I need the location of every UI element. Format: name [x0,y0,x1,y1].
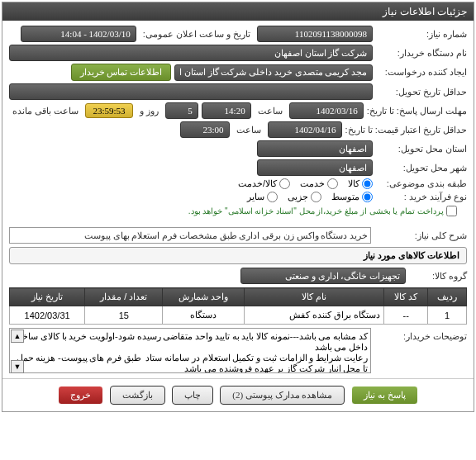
deadline-input[interactable] [9,83,373,100]
th-name: نام کالا [244,288,384,306]
buyer-notes-label: توضیحات خریدار: [376,328,467,342]
print-button[interactable]: چاپ [172,386,213,405]
purchase-type-radios: متوسط جزیی سایر [247,192,373,202]
payment-checkbox-wrap[interactable]: پرداخت تمام یا بخشی از مبلغ خرید،از محل … [188,206,457,216]
remaining-time-badge: 23:59:53 [85,103,132,118]
items-table: ردیف کد کالا نام کالا واحد شمارش تعداد /… [9,287,467,325]
days-label: روز و [136,106,162,116]
cell-name: دستگاه براق کننده کفش [244,306,384,325]
buyer-org-input[interactable] [9,45,373,61]
reply-date-input[interactable] [289,102,364,119]
radio-other[interactable]: سایر [247,192,278,202]
payment-note: پرداخت تمام یا بخشی از مبلغ خرید،از محل … [188,206,444,216]
cell-date: 1402/03/31 [10,306,85,325]
radio-medium[interactable]: متوسط [331,192,373,202]
th-qty: تعداد / مقدار [85,288,163,306]
deadline-label: حداقل تاریخ تحویل: [376,87,467,97]
validity-time-input[interactable] [180,121,230,138]
contact-info-button[interactable]: اطلاعات تماس خریدار [71,64,172,81]
form-area: شماره نیاز: تاریخ و ساعت اعلان عمومی: نا… [2,21,474,224]
purchase-type-label: نوع فرآیند خرید : [376,192,467,202]
need-no-input[interactable] [257,26,373,42]
validity-date-input[interactable] [268,121,342,138]
th-code: کد کالا [384,288,428,306]
scroll-down-icon[interactable]: ▼ [11,360,24,373]
radio-goods[interactable]: کالا [348,178,373,189]
exit-button[interactable]: خروج [58,386,103,405]
cell-qty: 15 [85,306,163,325]
validity-label: حداقل تاریخ اعتبار قیمت: تا تاریخ: [345,125,467,135]
radio-goods-service[interactable]: کالا/خدمت [238,178,290,189]
back-button[interactable]: بازگشت [110,386,165,405]
scroll-up-icon[interactable]: ▲ [11,330,24,343]
city-input[interactable] [257,159,373,176]
group-label: گروه کالا: [409,271,467,282]
need-no-label: شماره نیاز: [376,29,467,40]
radio-service[interactable]: خدمت [300,178,338,189]
days-input[interactable] [165,102,198,119]
table-row[interactable]: 1 -- دستگاه براق کننده کفش دستگاه 15 140… [10,306,467,325]
footer-toolbar: پاسخ به نیاز مشاهده مدارک پیوستی (2) چاپ… [2,378,474,411]
attachments-button[interactable]: مشاهده مدارک پیوستی (2) [220,386,345,405]
respond-button[interactable]: پاسخ به نیاز [351,386,418,405]
panel-title: جزئیات اطلاعات نیاز [2,2,474,21]
cell-row: 1 [428,306,467,325]
buyer-org-label: نام دستگاه خریدار: [376,48,467,59]
time-label-2: ساعت [233,125,264,135]
th-date: تاریخ نیاز [10,288,85,306]
radio-partial[interactable]: جزیی [288,192,321,202]
city-label: شهر محل تحویل: [376,163,467,173]
details-panel: جزئیات اطلاعات نیاز شماره نیاز: تاریخ و … [2,2,474,412]
th-row: ردیف [428,288,467,306]
place-input[interactable] [257,140,373,157]
requester-label: ایجاد کننده درخواست: [376,67,467,78]
group-input[interactable] [240,268,406,284]
announce-label: تاریخ و ساعت اعلان عمومی: [140,29,254,40]
table-header-row: ردیف کد کالا نام کالا واحد شمارش تعداد /… [10,288,467,306]
reply-deadline-label: مهلت ارسال پاسخ: تا تاریخ: [367,106,467,116]
announce-input[interactable] [21,26,136,42]
place-label: استان محل تحویل: [376,144,467,154]
remaining-label: ساعت باقی مانده [9,106,82,116]
cell-unit: دستگاه [163,306,244,325]
desc-title-input[interactable] [9,227,371,244]
cell-code: -- [384,306,428,325]
reply-time-input[interactable] [202,102,251,119]
desc-title-label: شرح کلی نیاز: [376,227,467,241]
topic-class-radios: کالا خدمت کالا/خدمت [238,178,373,189]
payment-checkbox[interactable] [446,206,457,216]
buyer-notes-textarea[interactable] [9,328,371,373]
th-unit: واحد شمارش [163,288,244,306]
items-section-header: اطلاعات کالاهای مورد نیاز [9,247,467,264]
time-label-1: ساعت [255,106,286,116]
requester-input[interactable] [174,64,373,81]
topic-class-label: طبقه بندی موضوعی: [376,178,467,189]
